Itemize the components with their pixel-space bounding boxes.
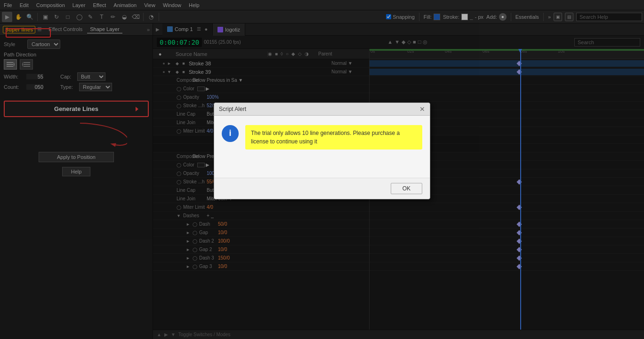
- dialog-spacer: [214, 159, 430, 178]
- dialog-title: Script Alert: [219, 106, 246, 112]
- dialog-body: i The trial only allows 10 line generati…: [214, 116, 430, 159]
- dialog-info-icon: i: [222, 125, 239, 142]
- dialog-overlay: Script Alert ✕ i The trial only allows 1…: [0, 0, 644, 339]
- script-alert-dialog: Script Alert ✕ i The trial only allows 1…: [214, 102, 430, 199]
- dialog-message: The trial only allows 10 line generation…: [245, 125, 422, 150]
- dialog-title-bar: Script Alert ✕: [214, 103, 430, 116]
- dialog-footer: OK: [214, 178, 430, 199]
- dialog-ok-button[interactable]: OK: [391, 183, 422, 194]
- dialog-close-button[interactable]: ✕: [419, 106, 425, 112]
